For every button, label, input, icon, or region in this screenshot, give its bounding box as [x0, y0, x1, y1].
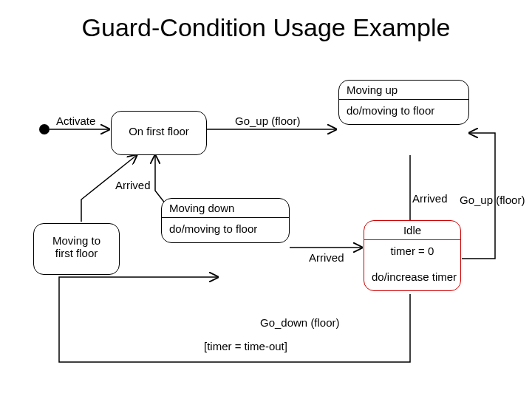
state-label: Moving to first floor — [34, 224, 119, 262]
state-activity: do/moving to floor — [162, 218, 289, 242]
state-label: Moving down — [162, 199, 289, 218]
state-label: Moving up — [339, 81, 468, 100]
state-activity: do/moving to floor — [339, 100, 468, 124]
transition-guard: [timer = time-out] — [204, 340, 287, 352]
transition-label-go-down: Go_down (floor) — [260, 316, 340, 329]
transition-label-arrived3: Arrived — [309, 251, 344, 264]
transition-label-arrived2: Arrived — [412, 192, 448, 205]
transition-label-go-up: Go_up (floor) — [235, 115, 300, 127]
initial-state-icon — [39, 124, 50, 134]
state-on-first-floor: On first floor — [111, 111, 207, 155]
state-moving-up: Moving up do/moving to floor — [338, 80, 469, 125]
transition-label-go-up2: Go_up (floor) — [460, 194, 525, 206]
state-moving-to-first-floor: Moving to first floor — [33, 223, 120, 275]
state-entry: timer = 0 — [372, 245, 453, 257]
state-label: On first floor — [112, 112, 206, 140]
diagram-canvas: Guard-Condition Usage Example — [0, 0, 532, 399]
state-idle: Idle timer = 0 do/increase timer — [364, 220, 461, 291]
state-label: Idle — [364, 221, 460, 240]
state-activity: do/increase timer — [372, 270, 453, 283]
transition-label-activate: Activate — [56, 115, 95, 127]
transition-label-arrived1: Arrived — [115, 179, 151, 191]
state-moving-down: Moving down do/moving to floor — [161, 198, 290, 243]
